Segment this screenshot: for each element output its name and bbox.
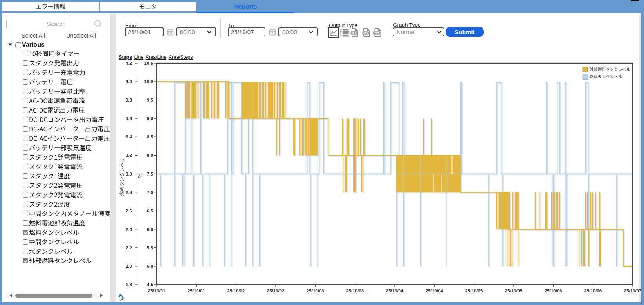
svg-text:2.2: 2.2 — [126, 245, 132, 250]
svg-text:4.0: 4.0 — [126, 79, 132, 84]
svg-text:3.2: 3.2 — [126, 153, 132, 158]
svg-text:5.0: 5.0 — [147, 264, 153, 269]
svg-text:25/10/06: 25/10/06 — [584, 289, 602, 293]
svg-text:2.8: 2.8 — [126, 190, 132, 195]
svg-text:25/10/02: 25/10/02 — [267, 289, 285, 293]
svg-text:9.0: 9.0 — [147, 116, 153, 121]
svg-text:25/10/06: 25/10/06 — [545, 289, 562, 293]
svg-text:8.5: 8.5 — [147, 134, 153, 139]
svg-text:4.2: 4.2 — [126, 61, 132, 65]
svg-text:6.0: 6.0 — [147, 227, 153, 232]
svg-text:6.5: 6.5 — [147, 209, 153, 213]
svg-text:10.5: 10.5 — [144, 61, 153, 65]
svg-text:4.5: 4.5 — [147, 282, 153, 287]
svg-text:25/10/04: 25/10/04 — [426, 289, 443, 293]
svg-text:10.0: 10.0 — [144, 79, 153, 84]
svg-text:3.8: 3.8 — [126, 98, 132, 102]
svg-text:25/10/03: 25/10/03 — [307, 289, 324, 293]
svg-text:2.6: 2.6 — [126, 209, 132, 213]
svg-text:3.4: 3.4 — [126, 134, 132, 139]
svg-text:3.0: 3.0 — [126, 172, 132, 176]
svg-text:25/10/01: 25/10/01 — [148, 289, 166, 293]
svg-text:25/10/05: 25/10/05 — [465, 289, 483, 293]
svg-text:5.5: 5.5 — [147, 245, 153, 250]
svg-text:7.0: 7.0 — [147, 190, 153, 195]
svg-text:8.0: 8.0 — [147, 153, 153, 158]
svg-text:25/10/02: 25/10/02 — [227, 289, 245, 293]
svg-text:25/10/03: 25/10/03 — [346, 289, 364, 293]
svg-text:25/10/01: 25/10/01 — [188, 289, 205, 293]
svg-text:7.5: 7.5 — [147, 172, 153, 176]
svg-text:2.0: 2.0 — [126, 264, 132, 269]
svg-text:25/10/07: 25/10/07 — [624, 289, 642, 293]
svg-text:2.4: 2.4 — [126, 227, 132, 232]
svg-text:25/10/04: 25/10/04 — [386, 289, 404, 293]
svg-text:3.6: 3.6 — [126, 116, 132, 121]
svg-text:25/10/05: 25/10/05 — [505, 289, 523, 293]
svg-text:1.8: 1.8 — [126, 282, 132, 287]
svg-text:9.5: 9.5 — [147, 98, 153, 102]
